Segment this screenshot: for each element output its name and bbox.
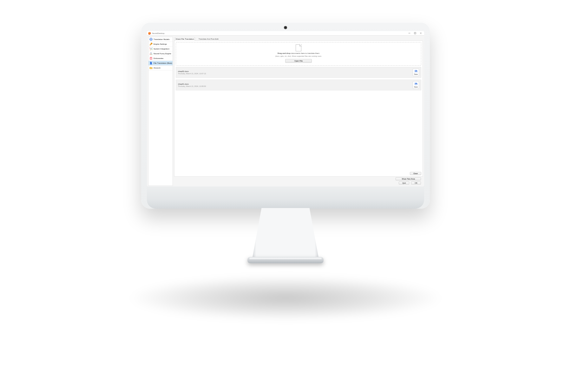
- show-test-area-button[interactable]: Show Test Area: [396, 177, 421, 180]
- quit-button[interactable]: Quit: [399, 181, 409, 185]
- save-button[interactable]: Save: [413, 81, 419, 89]
- file-name: chap02.docx: [178, 70, 206, 72]
- dropzone[interactable]: Drag and drop documents here to translat…: [176, 42, 421, 66]
- tab-translate-and-post-edit[interactable]: Translate And Post-Edit: [198, 37, 220, 41]
- sidebar-item-system-integration[interactable]: System Integration: [148, 47, 173, 51]
- svg-point-18: [151, 68, 151, 69]
- app-window: NeuralDesktop: [147, 31, 424, 186]
- user-folder-icon: [149, 66, 153, 69]
- minimize-button[interactable]: [406, 31, 412, 35]
- sidebar: Translation Models Engine Settings: [148, 37, 173, 186]
- sidebar-item-label: Account: [154, 67, 161, 69]
- close-button[interactable]: [418, 31, 423, 35]
- titlebar: NeuralDesktop: [147, 31, 424, 36]
- desk-shadow: [127, 276, 444, 320]
- globe-icon: [149, 38, 153, 41]
- sidebar-item-label: System Integration: [154, 48, 169, 50]
- file-date: Thursday, March 21, 2024, 13:08:50: [178, 85, 206, 87]
- sidebar-item-translation-models[interactable]: Translation Models: [148, 37, 173, 42]
- content-card: Drag and drop documents here to translat…: [174, 41, 423, 177]
- sidebar-item-label: Translation Models: [154, 38, 169, 40]
- network-icon: [149, 52, 153, 55]
- file-row: chap01.docx Thursday, March 21, 2024, 13…: [176, 80, 421, 90]
- window-title: NeuralDesktop: [152, 32, 165, 34]
- sidebar-item-file-translation[interactable]: File Translation (Beta): [148, 61, 173, 66]
- document-icon: [296, 44, 301, 51]
- dropzone-bold: Drag and drop: [278, 52, 291, 54]
- dropzone-text-line1: Drag and drop documents here to translat…: [278, 52, 319, 54]
- footer: Show Test Area Quit OK: [174, 177, 423, 186]
- svg-rect-1: [414, 32, 416, 34]
- file-row: chap02.docx Thursday, March 21, 2024, 13…: [176, 67, 421, 78]
- ok-button[interactable]: OK: [411, 181, 421, 185]
- tab-direct-file-translation[interactable]: Direct File Translation: [175, 37, 195, 41]
- window-controls: [406, 31, 423, 35]
- svg-rect-22: [415, 84, 417, 85]
- book-icon: [149, 57, 153, 60]
- sidebar-item-account[interactable]: Account: [148, 66, 173, 70]
- file-icon: [149, 62, 153, 65]
- monitor-mockup: NeuralDesktop: [141, 22, 430, 272]
- dropzone-rest: documents here to translate them: [291, 52, 319, 54]
- app-icon: [148, 32, 151, 35]
- file-name: chap01.docx: [178, 83, 206, 85]
- sidebar-item-label: File Translation (Beta): [154, 62, 172, 64]
- monitor-neck: [252, 208, 319, 259]
- main-panel: Direct File Translation Translate And Po…: [174, 37, 423, 186]
- tab-label: Direct File Translation: [176, 38, 194, 40]
- nodes-icon: [149, 47, 153, 50]
- svg-rect-20: [415, 71, 417, 72]
- sidebar-item-label: Engine Settings: [154, 43, 167, 45]
- save-icon: [414, 69, 418, 73]
- monitor-foot: [247, 257, 324, 263]
- sidebar-item-neural-fuzzy-engine[interactable]: Neural Fuzzy Engine: [148, 51, 173, 56]
- open-file-button[interactable]: Open File: [285, 59, 312, 63]
- file-list: chap02.docx Thursday, March 21, 2024, 13…: [176, 67, 421, 90]
- tab-bar: Direct File Translation Translate And Po…: [174, 37, 423, 41]
- sidebar-item-engine-settings[interactable]: Engine Settings: [148, 42, 173, 47]
- save-label: Save: [414, 86, 417, 88]
- sidebar-item-dictionaries[interactable]: Dictionaries: [148, 56, 173, 61]
- wrench-icon: [149, 42, 153, 46]
- tab-label: Translate And Post-Edit: [199, 38, 219, 40]
- dropzone-text-line2: (docx, pptx, txt, xlsx). More supported …: [275, 55, 322, 57]
- sidebar-item-label: Neural Fuzzy Engine: [154, 53, 171, 55]
- monitor-chin: [147, 186, 424, 209]
- svg-rect-21: [415, 83, 417, 84]
- save-button[interactable]: Save: [413, 69, 419, 76]
- save-label: Save: [414, 73, 417, 75]
- sidebar-item-label: Dictionaries: [154, 57, 163, 59]
- camera-dot: [284, 26, 287, 29]
- maximize-button[interactable]: [412, 31, 418, 35]
- clear-button[interactable]: Clear: [410, 172, 421, 175]
- file-date: Thursday, March 21, 2024, 13:07:13: [178, 73, 206, 75]
- save-icon: [414, 82, 418, 86]
- svg-rect-19: [415, 70, 417, 71]
